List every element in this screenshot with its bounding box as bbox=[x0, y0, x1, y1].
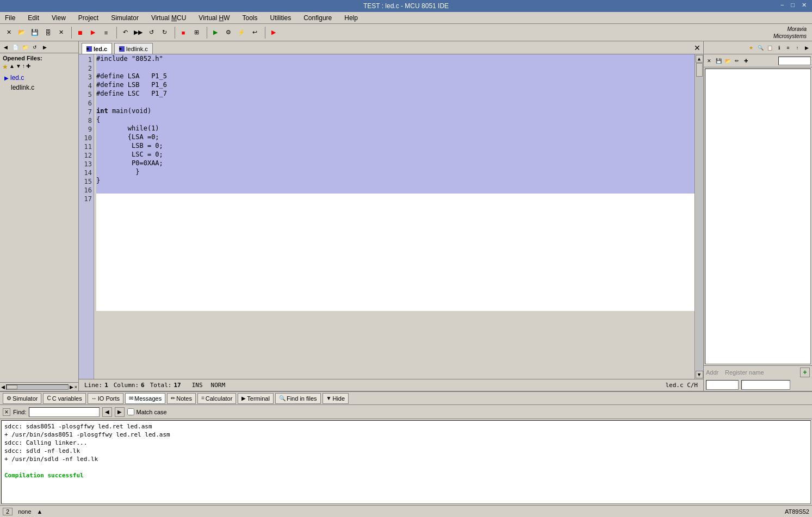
tab-io-ports[interactable]: ↔ IO Ports bbox=[88, 393, 123, 404]
lp-btn4[interactable]: ↺ bbox=[30, 43, 39, 52]
rp-btn9[interactable]: 💾 bbox=[714, 57, 723, 65]
rp-btn3[interactable]: 📋 bbox=[765, 43, 774, 52]
tab-led-c[interactable]: ■ led.c bbox=[82, 43, 112, 54]
btn-edit3[interactable]: ↺ bbox=[145, 27, 157, 39]
lp-btn3[interactable]: 📁 bbox=[21, 43, 29, 52]
add-icon[interactable]: ✚ bbox=[26, 63, 30, 71]
btn-sim2[interactable]: ⊞ bbox=[190, 27, 202, 39]
register-name-input[interactable] bbox=[741, 380, 790, 390]
tab-notes[interactable]: ✏ Notes bbox=[167, 393, 196, 404]
code-line-2 bbox=[96, 63, 695, 72]
btn-edit2[interactable]: ▶▶ bbox=[132, 27, 144, 39]
btn-run[interactable]: ▶ bbox=[268, 27, 280, 39]
code-line-6 bbox=[96, 98, 695, 107]
find-input[interactable] bbox=[29, 407, 100, 417]
code-line-4: #define LSB P1_6 bbox=[96, 80, 695, 89]
tab-hide[interactable]: ▼ Hide bbox=[323, 393, 349, 404]
close-file-button[interactable]: ✕ bbox=[55, 27, 67, 39]
tab-terminal[interactable]: ▶ Terminal bbox=[238, 393, 274, 404]
editor-close-icon[interactable]: ✕ bbox=[691, 43, 703, 52]
tab-c-variables[interactable]: C C variables bbox=[43, 393, 85, 404]
compile-button[interactable]: ▶ bbox=[87, 27, 99, 39]
title-bar: TEST : led.c - MCU 8051 IDE − □ ✕ bbox=[0, 0, 812, 12]
down-icon[interactable]: ▼ bbox=[16, 63, 21, 71]
menu-configure[interactable]: Configure bbox=[301, 14, 334, 22]
messages-label: Messages bbox=[134, 395, 162, 402]
rp-btn6[interactable]: ↑ bbox=[793, 43, 802, 52]
menu-edit[interactable]: Edit bbox=[26, 14, 41, 22]
tab-calculator[interactable]: = Calculator bbox=[197, 393, 236, 404]
addr-inputs-row bbox=[704, 379, 812, 391]
btn-debug1[interactable]: ▶ bbox=[209, 27, 221, 39]
new-button[interactable]: ✕ bbox=[3, 27, 15, 39]
vscroll-down-arrow[interactable]: ▼ bbox=[696, 371, 703, 378]
menu-help[interactable]: Help bbox=[342, 14, 360, 22]
btn-edit4[interactable]: ↻ bbox=[158, 27, 170, 39]
save-all-button[interactable]: 🗄 bbox=[42, 27, 54, 39]
rp-btn8[interactable]: ✕ bbox=[705, 57, 714, 65]
tab-messages[interactable]: ✉ Messages bbox=[125, 393, 165, 404]
lp-btn1[interactable]: ◀ bbox=[1, 43, 10, 52]
file-item-ledlink[interactable]: ledlink.c bbox=[3, 83, 76, 92]
lp-btn5[interactable]: ▶ bbox=[40, 43, 49, 52]
tab-find-in-files[interactable]: 🔍 Find in files bbox=[275, 393, 321, 404]
menu-view[interactable]: View bbox=[49, 14, 68, 22]
save-button[interactable]: 💾 bbox=[29, 27, 41, 39]
btn-debug4[interactable]: ↩ bbox=[249, 27, 261, 39]
close-find-button[interactable]: × bbox=[3, 408, 10, 416]
menu-file[interactable]: File bbox=[3, 14, 17, 22]
btn-sim1[interactable]: ■ bbox=[177, 27, 189, 39]
rp-btn4[interactable]: ℹ bbox=[774, 43, 783, 52]
menu-tools[interactable]: Tools bbox=[240, 14, 260, 22]
rp-btn12[interactable]: ✚ bbox=[742, 57, 751, 65]
status-bar: Line: 1 Column: 6 Total: 17 INS NORM led… bbox=[79, 379, 703, 391]
line-15: 15 bbox=[79, 177, 92, 186]
menu-virtual-mcu[interactable]: Virtual MCU bbox=[149, 14, 188, 22]
btn-debug2[interactable]: ⚙ bbox=[222, 27, 234, 39]
scroll-track[interactable] bbox=[6, 384, 69, 390]
find-prev-button[interactable]: ◀ bbox=[102, 407, 112, 417]
menu-project[interactable]: Project bbox=[76, 14, 101, 22]
rp-btn11[interactable]: ✏ bbox=[733, 57, 741, 65]
arrow-up-status[interactable]: ▲ bbox=[37, 508, 43, 515]
menu-virtual-hw[interactable]: Virtual HW bbox=[196, 14, 232, 22]
match-case-checkbox[interactable] bbox=[127, 408, 134, 415]
tab-ledlink-c[interactable]: ■ ledlink.c bbox=[114, 43, 153, 54]
up-icon[interactable]: ▲ bbox=[9, 63, 15, 71]
scroll-x-icon[interactable]: × bbox=[75, 384, 77, 390]
file-item-led[interactable]: ▶ led.c bbox=[3, 73, 76, 83]
vscroll-up-arrow[interactable]: ▲ bbox=[696, 55, 703, 63]
tab-simulator[interactable]: ⚙ Simulator bbox=[3, 393, 41, 404]
scroll-left-icon[interactable]: ◀ bbox=[1, 384, 5, 390]
btn-edit1[interactable]: ↶ bbox=[119, 27, 131, 39]
messages-content[interactable]: sdcc: sdas8051 -plosgffwy led.ret led.as… bbox=[1, 420, 811, 504]
menu-utilities[interactable]: Utilities bbox=[268, 14, 294, 22]
status-col-label: Column: bbox=[114, 382, 139, 389]
arrow-up-icon[interactable]: ↑ bbox=[22, 63, 25, 71]
stop-button[interactable]: ⏹ bbox=[74, 27, 86, 39]
file-name-led: led.c bbox=[10, 74, 24, 82]
minimize-button[interactable]: − bbox=[778, 1, 786, 9]
close-button[interactable]: ✕ bbox=[799, 1, 809, 9]
code-area[interactable]: #include "8052.h" #define LSA P1_5 #defi… bbox=[94, 54, 695, 379]
compile2-button[interactable]: ≡ bbox=[100, 27, 112, 39]
vscroll-track[interactable] bbox=[696, 63, 703, 371]
restore-button[interactable]: □ bbox=[788, 1, 797, 9]
menu-simulator[interactable]: Simulator bbox=[109, 14, 141, 22]
rp-btn5[interactable]: ≡ bbox=[784, 43, 792, 52]
rp-btn1[interactable]: ★ bbox=[747, 43, 755, 52]
v-scrollbar[interactable]: ▲ ▼ bbox=[695, 54, 703, 379]
lp-btn2[interactable]: 📄 bbox=[11, 43, 20, 52]
rp-btn2[interactable]: 🔍 bbox=[756, 43, 765, 52]
rp-search-input[interactable] bbox=[778, 57, 811, 65]
addr-input[interactable] bbox=[706, 380, 739, 390]
add-register-button[interactable]: + bbox=[800, 367, 810, 377]
match-case-container[interactable]: Match case bbox=[127, 408, 166, 415]
scroll-right-icon[interactable]: ▶ bbox=[70, 384, 73, 390]
open-button[interactable]: 📂 bbox=[16, 27, 28, 39]
rp-btn7[interactable]: ▶ bbox=[802, 43, 811, 52]
rp-btn10[interactable]: 📂 bbox=[723, 57, 732, 65]
btn-debug3[interactable]: ⚡ bbox=[235, 27, 247, 39]
find-next-button[interactable]: ▶ bbox=[115, 407, 125, 417]
code-highlighted[interactable]: #include "8052.h" #define LSA P1_5 #defi… bbox=[96, 54, 695, 194]
